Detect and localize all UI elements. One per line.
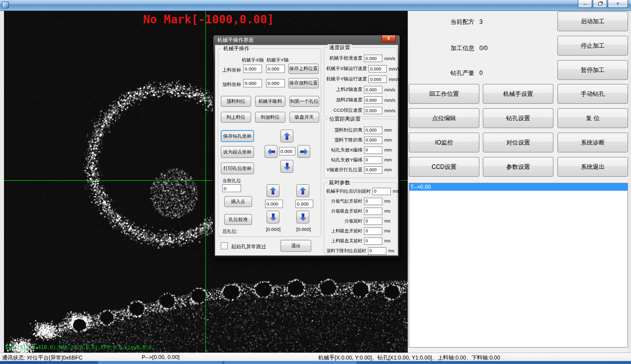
save-drill-coord-button[interactable]: 保存钻孔坐标 bbox=[221, 130, 254, 142]
system-exit-button[interactable]: 系统退出 bbox=[557, 157, 628, 177]
jog-down-button[interactable] bbox=[280, 160, 293, 173]
param-input[interactable] bbox=[364, 137, 382, 144]
system-diagnostics-button[interactable]: 系统诊断 bbox=[557, 133, 628, 152]
param-input[interactable] bbox=[364, 218, 382, 225]
param-unit: mm/s bbox=[387, 77, 399, 82]
parameter-settings-button[interactable]: 参数设置 bbox=[483, 157, 553, 177]
right-arrow-icon bbox=[300, 148, 308, 155]
robot-settings-button[interactable]: 机械手设置 bbox=[483, 84, 553, 104]
push-material-button[interactable]: 顶料到位 bbox=[221, 96, 251, 107]
param-input[interactable] bbox=[364, 127, 382, 134]
axis-a-input[interactable] bbox=[265, 200, 283, 208]
mark-status-text: No Mark[-1000,0.00] bbox=[143, 13, 274, 26]
distance-row: Y轴避开打孔位置 mm bbox=[325, 165, 396, 175]
drill-settings-button[interactable]: 钻孔设置 bbox=[483, 108, 553, 128]
restore-button[interactable] bbox=[593, 0, 607, 8]
dialog-close-icon: x bbox=[387, 35, 390, 41]
log-list[interactable]: T-->0.00 bbox=[409, 183, 628, 348]
stop-processing-button[interactable]: 停止加工 bbox=[557, 36, 628, 56]
delay-row: 分板气缸开延时 ms bbox=[325, 196, 396, 206]
param-input[interactable] bbox=[364, 96, 382, 104]
axis-a-down-button[interactable] bbox=[267, 211, 279, 223]
param-input[interactable] bbox=[364, 237, 382, 245]
return-work-position-button[interactable]: 回工作位置 bbox=[409, 84, 479, 104]
speed-row: CCD找位速度 mm/s bbox=[325, 105, 396, 116]
param-unit: mm bbox=[382, 157, 395, 162]
minimize-icon: – bbox=[584, 1, 587, 6]
jog-step-input[interactable] bbox=[279, 147, 295, 155]
dialog-exit-button[interactable]: 退出 bbox=[280, 240, 311, 252]
param-input[interactable] bbox=[368, 75, 387, 83]
param-input[interactable] bbox=[364, 55, 382, 62]
axis-a-position-label: [0.000] bbox=[266, 226, 280, 232]
io-monitor-button[interactable]: IO监控 bbox=[409, 133, 479, 152]
param-unit: mm/s bbox=[382, 56, 395, 61]
axis-a-up-button[interactable] bbox=[267, 184, 279, 197]
param-input[interactable] bbox=[372, 188, 391, 195]
param-input[interactable] bbox=[364, 198, 382, 205]
param-input[interactable] bbox=[368, 247, 386, 255]
axis-b-up-button[interactable] bbox=[296, 184, 309, 197]
point-edit-button[interactable]: 点位编辑 bbox=[409, 108, 479, 128]
ccd-settings-button[interactable]: CCD设置 bbox=[409, 157, 479, 177]
manual-drill-button[interactable]: 手动钻孔 bbox=[557, 84, 628, 104]
param-input[interactable] bbox=[364, 156, 382, 164]
pause-processing-button[interactable]: 暂停加工 bbox=[557, 60, 628, 80]
delay-row: 分板延时 ms bbox=[325, 216, 396, 226]
taskbar-window-button[interactable] bbox=[98, 361, 222, 364]
delay-row: 上料吸盘开延时 ms bbox=[325, 226, 396, 236]
app-icon bbox=[2, 1, 9, 8]
axis-b-input[interactable] bbox=[295, 200, 313, 208]
dialog-title: 机械手操作界面 bbox=[217, 37, 254, 44]
to-unload-position-button[interactable]: 到放料位 bbox=[255, 112, 285, 123]
reset-button[interactable]: 复 位 bbox=[557, 108, 628, 128]
insert-point-button[interactable]: 插入点 bbox=[224, 196, 252, 207]
log-list-selected-item[interactable]: T-->0.00 bbox=[409, 183, 628, 191]
to-first-hole-button[interactable]: 到第一个孔位 bbox=[289, 96, 319, 107]
close-button[interactable]: × bbox=[608, 0, 628, 8]
suction-cup-toggle-button[interactable]: 吸盘开关 bbox=[289, 112, 319, 123]
dialog-titlebar[interactable]: 机械手操作界面 x bbox=[215, 35, 398, 45]
window-titlebar[interactable]: – × bbox=[0, 0, 631, 11]
delay-row: 上料吸盘关延时 ms bbox=[325, 236, 396, 246]
unload-x-input[interactable] bbox=[243, 79, 262, 87]
current-recipe-value: 3 bbox=[479, 18, 483, 25]
load-y-input[interactable] bbox=[266, 65, 285, 73]
axes-status-text: 机械手[X:0.00, Y:0.00]、钻孔[X1:0.00, Y1:0.00]… bbox=[318, 354, 500, 362]
minimize-button[interactable]: – bbox=[578, 0, 592, 8]
current-hole-input[interactable] bbox=[222, 184, 241, 192]
param-input[interactable] bbox=[364, 86, 382, 93]
dialog-close-button[interactable]: x bbox=[381, 35, 396, 42]
to-load-position-button[interactable]: 到上料位 bbox=[221, 112, 251, 123]
param-input[interactable] bbox=[364, 227, 382, 235]
param-label: 机械手Y轴运行速度 bbox=[326, 76, 368, 82]
axis-b-down-button[interactable] bbox=[296, 211, 309, 223]
print-hole-coords-button[interactable]: 打印孔位坐标 bbox=[221, 162, 254, 174]
taskbar[interactable] bbox=[0, 361, 631, 364]
close-icon: × bbox=[617, 1, 620, 6]
unload-y-input[interactable] bbox=[266, 79, 285, 87]
param-input[interactable] bbox=[368, 65, 387, 73]
alignment-settings-button[interactable]: 对位设置 bbox=[483, 133, 553, 152]
save-load-position-button[interactable]: 保存上料位置 bbox=[288, 64, 319, 74]
param-input[interactable] bbox=[364, 146, 382, 154]
delay-row: 顶料下降到位后延时 ms bbox=[325, 246, 396, 256]
param-input[interactable] bbox=[364, 166, 382, 174]
speed-row: 机械手校准速度 mm/s bbox=[325, 53, 396, 64]
save-unload-position-button[interactable]: 保存放料位置 bbox=[288, 78, 319, 88]
up-arrow-icon bbox=[300, 187, 306, 195]
param-input[interactable] bbox=[364, 208, 382, 215]
jog-right-button[interactable] bbox=[297, 145, 310, 158]
skip-abnormal-checkbox[interactable] bbox=[221, 242, 228, 249]
load-x-input[interactable] bbox=[243, 65, 262, 73]
taskbar-window-button[interactable] bbox=[224, 361, 357, 364]
hole-calibration-button[interactable]: 孔位校准 bbox=[224, 214, 252, 225]
set-origin-coord-button[interactable]: 设为起点坐标 bbox=[221, 146, 254, 158]
param-unit: ms bbox=[382, 238, 395, 243]
robot-suction-button[interactable]: 机械手吸料 bbox=[255, 96, 285, 107]
jog-left-button[interactable] bbox=[265, 145, 277, 158]
param-input[interactable] bbox=[364, 107, 382, 114]
jog-up-button[interactable] bbox=[280, 130, 293, 143]
start-processing-button[interactable]: 启动加工 bbox=[557, 11, 628, 31]
axis-x-header: 机械手X轴 bbox=[242, 57, 264, 64]
